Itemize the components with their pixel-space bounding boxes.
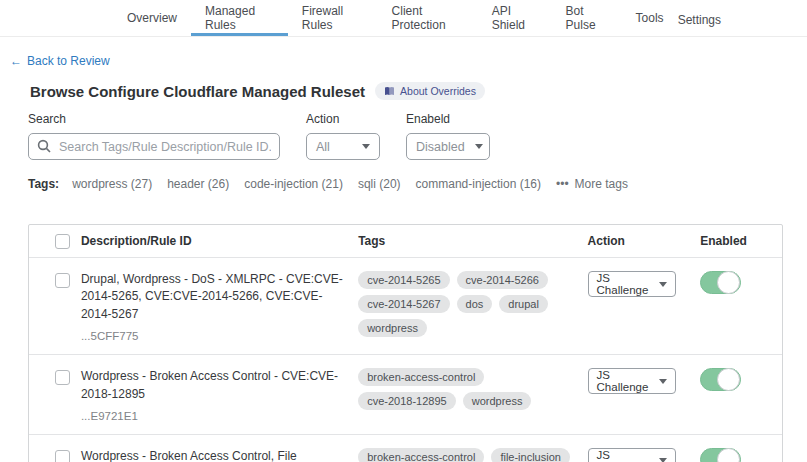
- rule-tag-pill: dos: [457, 295, 493, 313]
- about-overrides-badge[interactable]: About Overrides: [375, 82, 485, 100]
- chevron-down-icon: [475, 144, 483, 149]
- back-link-label: Back to Review: [27, 54, 110, 68]
- back-arrow-icon: ←: [10, 54, 22, 68]
- top-navigation: OverviewManaged RulesFirewall RulesClien…: [0, 0, 807, 37]
- tag-filter-link[interactable]: command-injection (16): [416, 177, 541, 191]
- row-checkbox[interactable]: [55, 450, 70, 462]
- rule-enabled-toggle[interactable]: [700, 368, 741, 391]
- tab-managed-rules[interactable]: Managed Rules: [191, 0, 288, 36]
- tab-firewall-rules[interactable]: Firewall Rules: [288, 0, 378, 36]
- rule-action-value: JS Challenge: [597, 449, 659, 462]
- column-tags: Tags: [358, 234, 587, 248]
- column-action: Action: [588, 234, 693, 248]
- search-icon: [37, 139, 51, 157]
- rule-action-dropdown[interactable]: JS Challenge: [588, 448, 676, 462]
- tag-filter-link[interactable]: sqli (20): [358, 177, 401, 191]
- rule-tag-pill: wordpress: [358, 319, 427, 337]
- rule-action-dropdown[interactable]: JS Challenge: [588, 368, 676, 394]
- ellipsis-icon: •••: [556, 177, 569, 191]
- tab-client-protection[interactable]: Client Protection: [378, 0, 478, 36]
- rule-enabled-toggle[interactable]: [700, 271, 741, 294]
- nav-tabs: OverviewManaged RulesFirewall RulesClien…: [113, 0, 678, 36]
- rule-id: ...E9721E1: [81, 410, 344, 422]
- row-checkbox[interactable]: [55, 370, 70, 385]
- row-checkbox[interactable]: [55, 273, 70, 288]
- enabled-filter-value: Disabled: [416, 140, 465, 154]
- column-enabled: Enabled: [692, 234, 782, 248]
- tag-links: wordpress (27)header (26)code-injection …: [72, 177, 541, 191]
- tab-api-shield[interactable]: API Shield: [478, 0, 552, 36]
- rule-description: Drupal, Wordpress - DoS - XMLRPC - CVE:C…: [81, 271, 344, 323]
- column-description: Description/Rule ID: [81, 234, 358, 248]
- rule-tag-pill: cve-2018-12895: [358, 392, 456, 410]
- enabled-filter-label: Enabeld: [406, 112, 490, 126]
- rule-action-value: JS Challenge: [597, 272, 659, 296]
- rule-tag-pill: drupal: [499, 295, 548, 313]
- rule-tag-pill: file-inclusion: [491, 448, 570, 462]
- action-filter-value: All: [316, 140, 330, 154]
- action-filter-dropdown[interactable]: All: [306, 133, 380, 160]
- more-tags-link[interactable]: ••• More tags: [556, 177, 628, 191]
- rule-tags: cve-2014-5265cve-2014-5266cve-2014-5267d…: [358, 271, 577, 337]
- chevron-down-icon: [659, 458, 667, 462]
- table-row: Wordpress - Broken Access Control, File …: [29, 435, 782, 462]
- chevron-down-icon: [659, 282, 667, 287]
- toggle-knob: [717, 271, 740, 294]
- more-tags-label: More tags: [575, 177, 628, 191]
- rule-description: Wordpress - Broken Access Control - CVE:…: [81, 368, 344, 403]
- rule-enabled-toggle[interactable]: [700, 448, 741, 462]
- enabled-filter-dropdown[interactable]: Disabled: [406, 133, 490, 160]
- managed-rules-table: Description/Rule ID Tags Action Enabled …: [28, 224, 783, 462]
- rule-tag-pill: wordpress: [463, 392, 532, 410]
- book-icon: [384, 86, 395, 96]
- tab-tools[interactable]: Tools: [622, 0, 678, 36]
- tab-settings[interactable]: Settings: [678, 0, 721, 36]
- tab-bot-pulse[interactable]: Bot Pulse: [552, 0, 622, 36]
- rule-tags: broken-access-controlcve-2018-12895wordp…: [358, 368, 577, 410]
- table-row: Wordpress - Broken Access Control - CVE:…: [29, 355, 782, 435]
- toggle-knob: [717, 448, 740, 462]
- table-row: Drupal, Wordpress - DoS - XMLRPC - CVE:C…: [29, 258, 782, 355]
- rule-tag-pill: broken-access-control: [358, 448, 484, 462]
- tags-bar-label: Tags:: [28, 177, 59, 191]
- back-to-review-link[interactable]: ← Back to Review: [10, 54, 110, 68]
- tag-filter-link[interactable]: code-injection (21): [244, 177, 343, 191]
- page-title: Browse Configure Cloudflare Managed Rule…: [30, 83, 365, 100]
- rule-id: ...5CFF775: [81, 330, 344, 342]
- tab-overview[interactable]: Overview: [113, 0, 191, 36]
- rule-tag-pill: broken-access-control: [358, 368, 484, 386]
- rule-action-dropdown[interactable]: JS Challenge: [588, 271, 676, 297]
- rule-tag-pill: cve-2014-5266: [457, 271, 548, 289]
- rule-tags: broken-access-controlfile-inclusionwordp…: [358, 448, 577, 462]
- tags-bar: Tags: wordpress (27)header (26)code-inje…: [28, 177, 807, 191]
- select-all-checkbox[interactable]: [55, 234, 70, 249]
- toggle-knob: [717, 368, 740, 391]
- rule-description: Wordpress - Broken Access Control, File …: [81, 448, 344, 462]
- tag-filter-link[interactable]: wordpress (27): [72, 177, 152, 191]
- search-label: Search: [28, 112, 280, 126]
- table-header-row: Description/Rule ID Tags Action Enabled: [29, 225, 782, 258]
- rule-tag-pill: cve-2014-5265: [358, 271, 449, 289]
- about-overrides-label: About Overrides: [400, 85, 476, 97]
- chevron-down-icon: [659, 379, 667, 384]
- action-filter-label: Action: [306, 112, 380, 126]
- chevron-down-icon: [362, 144, 370, 149]
- tag-filter-link[interactable]: header (26): [167, 177, 229, 191]
- search-input[interactable]: [28, 133, 280, 160]
- rule-tag-pill: cve-2014-5267: [358, 295, 449, 313]
- rule-action-value: JS Challenge: [597, 369, 659, 393]
